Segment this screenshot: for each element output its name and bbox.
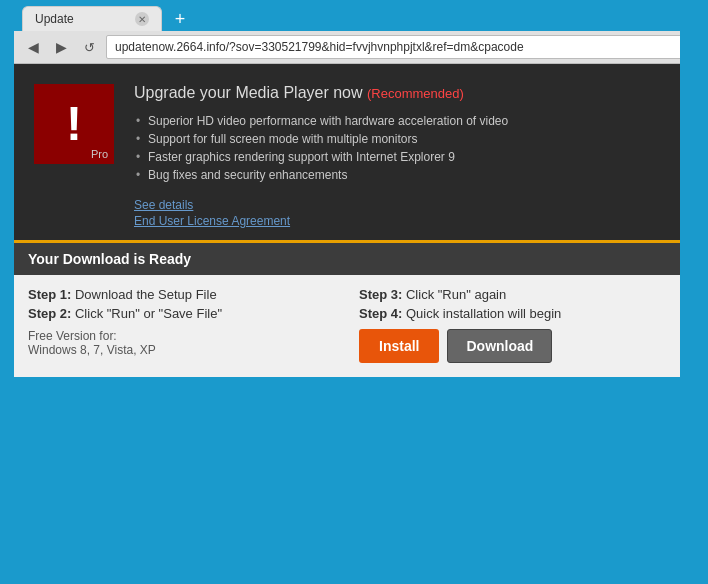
free-version-label: Free Version for:	[28, 329, 349, 343]
feature-item: Bug fixes and security enhancements	[134, 166, 674, 184]
feature-item: Faster graphics rendering support with I…	[134, 148, 674, 166]
step3-text: Click "Run" again	[406, 287, 506, 302]
feature-item: Support for full screen mode with multip…	[134, 130, 674, 148]
platforms-text: Windows 8, 7, Vista, XP	[28, 343, 349, 357]
step3-line: Step 3: Click "Run" again	[359, 287, 680, 302]
logo-exclaim: !	[66, 100, 82, 148]
free-version-info: Free Version for: Windows 8, 7, Vista, X…	[28, 329, 349, 357]
browser-window: Update ✕ + ◀ ▶ ↺ ! Pro Upgrade your Medi…	[14, 0, 694, 377]
step1-text: Download the Setup File	[75, 287, 217, 302]
tab-bar: Update ✕ +	[14, 0, 694, 31]
see-details-link[interactable]: See details	[134, 198, 674, 212]
page-content: ! Pro Upgrade your Media Player now (Rec…	[14, 64, 694, 377]
step4-line: Step 4: Quick installation will begin	[359, 306, 680, 321]
right-side-strip	[680, 0, 708, 584]
download-ready-panel: Your Download is Ready Step 1: Download …	[14, 240, 694, 377]
tab-title: Update	[35, 12, 74, 26]
step2-text: Click "Run" or "Save File"	[75, 306, 222, 321]
new-tab-button[interactable]: +	[166, 7, 194, 31]
tab-close-button[interactable]: ✕	[135, 12, 149, 26]
back-button[interactable]: ◀	[22, 36, 44, 58]
nav-bar: ◀ ▶ ↺	[14, 31, 694, 64]
download-ready-header: Your Download is Ready	[14, 243, 694, 275]
logo-area: ! Pro	[34, 84, 114, 164]
step4-label: Step 4:	[359, 306, 402, 321]
forward-button[interactable]: ▶	[50, 36, 72, 58]
download-body: Step 1: Download the Setup File Step 2: …	[14, 275, 694, 377]
step3-label: Step 3:	[359, 287, 402, 302]
recommended-label: (Recommended)	[367, 86, 464, 101]
eula-link[interactable]: End User License Agreement	[134, 214, 674, 228]
install-button[interactable]: Install	[359, 329, 439, 363]
browser-tab[interactable]: Update ✕	[22, 6, 162, 31]
reload-button[interactable]: ↺	[78, 36, 100, 58]
logo-pro-label: Pro	[91, 148, 108, 160]
upgrade-title-text: Upgrade your Media Player now	[134, 84, 363, 101]
step4-text: Quick installation will begin	[406, 306, 561, 321]
links-area: See details End User License Agreement	[134, 198, 674, 228]
feature-item: Superior HD video performance with hardw…	[134, 112, 674, 130]
upgrade-title: Upgrade your Media Player now (Recommend…	[134, 84, 674, 102]
step2-line: Step 2: Click "Run" or "Save File"	[28, 306, 349, 321]
download-steps-right: Step 3: Click "Run" again Step 4: Quick …	[359, 287, 680, 363]
address-bar[interactable]	[106, 35, 686, 59]
step1-label: Step 1:	[28, 287, 71, 302]
step2-label: Step 2:	[28, 306, 71, 321]
action-buttons: Install Download	[359, 329, 680, 363]
logo-box: ! Pro	[34, 84, 114, 164]
step1-line: Step 1: Download the Setup File	[28, 287, 349, 302]
download-steps-left: Step 1: Download the Setup File Step 2: …	[28, 287, 349, 363]
download-button[interactable]: Download	[447, 329, 552, 363]
features-list: Superior HD video performance with hardw…	[134, 112, 674, 184]
